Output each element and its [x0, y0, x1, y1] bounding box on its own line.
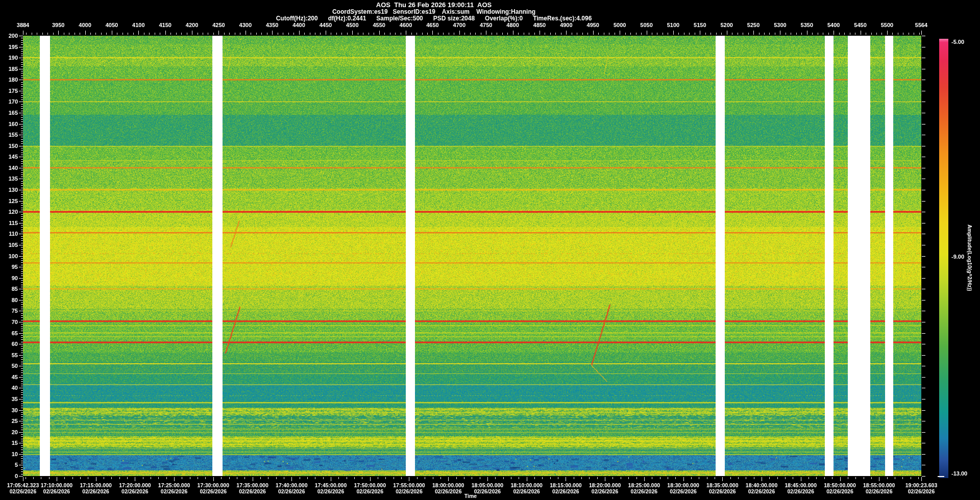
- frequency-label: 180: [0, 77, 18, 83]
- record-number-label: 5300: [774, 22, 786, 28]
- record-number-label: 4450: [320, 22, 332, 28]
- record-number-label: 5200: [720, 22, 732, 28]
- record-number-label: 5450: [854, 22, 866, 28]
- record-number-label: 4700: [453, 22, 465, 28]
- record-number-label: 5000: [614, 22, 626, 28]
- frequency-label: 60: [0, 341, 18, 347]
- colorbar-tick-label: -5.00: [951, 39, 964, 45]
- time-label: 18:10:00.000 02/26/2026: [510, 482, 542, 494]
- record-number-label: 4800: [506, 22, 519, 28]
- frequency-label: 140: [0, 165, 18, 171]
- frequency-label: 20: [0, 429, 18, 435]
- time-label: 17:50:00.000 02/26/2026: [354, 482, 386, 494]
- frequency-label: 30: [0, 407, 18, 413]
- record-number-label: 5350: [801, 22, 813, 28]
- header-title: AOS Thu 26 Feb 2026 19:00:11 AOS: [0, 1, 868, 9]
- record-number-label: 4650: [426, 22, 438, 28]
- frequency-label: 0: [0, 473, 18, 479]
- frequency-label: 155: [0, 132, 18, 138]
- frequency-label: 85: [0, 286, 18, 292]
- frequency-label: 150: [0, 143, 18, 149]
- frequency-label: 110: [0, 231, 18, 237]
- colorbar-tick-label: -9.00: [951, 254, 964, 260]
- colorbar-tick-label: -13.00: [951, 470, 967, 477]
- time-label: 17:15:00.000 02/26/2026: [80, 482, 111, 494]
- record-number-label: 4300: [239, 22, 252, 28]
- time-label: 18:55:00.000 02/26/2026: [863, 482, 895, 494]
- frequency-label: 10: [0, 451, 18, 457]
- time-label: 19:00:23.603 02/26/2026: [905, 482, 937, 494]
- record-number-label: 3950: [52, 22, 64, 28]
- record-number-label: 5100: [667, 22, 679, 28]
- frequency-label: 135: [0, 176, 18, 182]
- frequency-label: 5: [0, 462, 18, 468]
- frequency-label: 125: [0, 198, 18, 204]
- time-label: 17:40:00.000 02/26/2026: [276, 482, 307, 494]
- record-number-label: 4600: [400, 22, 412, 28]
- record-number-label: 5500: [881, 22, 893, 28]
- frequency-label: 175: [0, 88, 18, 94]
- record-number-label: 4400: [292, 22, 305, 28]
- frequency-label: 55: [0, 352, 18, 358]
- frequency-label: 190: [0, 55, 18, 61]
- record-number-label: 5400: [827, 22, 840, 28]
- record-number-label: 4350: [266, 22, 278, 28]
- time-label: 18:40:00.000 02/26/2026: [746, 482, 777, 494]
- time-label: 18:00:00.000 02/26/2026: [432, 482, 464, 494]
- time-label: 18:30:00.000 02/26/2026: [667, 482, 699, 494]
- record-number-label: 4500: [346, 22, 358, 28]
- record-number-label: 5050: [640, 22, 652, 28]
- frequency-label: 185: [0, 66, 18, 72]
- frequency-label: 120: [0, 209, 18, 215]
- time-label: 18:50:00.000 02/26/2026: [824, 482, 855, 494]
- frequency-label: 130: [0, 187, 18, 193]
- time-label: 17:25:00.000 02/26/2026: [158, 482, 190, 494]
- time-label: 17:55:00.000 02/26/2026: [393, 482, 425, 494]
- frequency-label: 115: [0, 220, 18, 226]
- frequency-label: 95: [0, 264, 18, 270]
- frequency-label: 200: [0, 33, 18, 39]
- record-number-label: 4550: [373, 22, 385, 28]
- time-label: 17:20:00.000 02/26/2026: [119, 482, 151, 494]
- header-meta-processing: Cutoff(Hz):200 df(Hz):0.2441 Sample/Sec:…: [0, 15, 868, 22]
- time-label: 17:05:42.323 02/26/2026: [7, 482, 39, 494]
- time-label: 17:30:00.000 02/26/2026: [198, 482, 229, 494]
- time-axis-title: Time: [464, 493, 477, 499]
- header: AOS Thu 26 Feb 2026 19:00:11 AOS CoordSy…: [0, 1, 868, 22]
- record-number-label: 4850: [533, 22, 546, 28]
- record-number-label: 4900: [560, 22, 572, 28]
- record-number-label: 5564: [915, 22, 927, 28]
- time-label: 18:45:00.000 02/26/2026: [785, 482, 817, 494]
- frequency-label: 145: [0, 154, 18, 160]
- frequency-label: 15: [0, 440, 18, 446]
- record-number-label: 4000: [79, 22, 91, 28]
- spectrogram-plot[interactable]: [23, 36, 921, 476]
- record-number-label: 4150: [159, 22, 171, 28]
- frequency-label: 75: [0, 308, 18, 314]
- record-number-label: 5150: [694, 22, 706, 28]
- time-label: 18:25:00.000 02/26/2026: [628, 482, 660, 494]
- aos-spectrogram-app: AOS Thu 26 Feb 2026 19:00:11 AOS CoordSy…: [0, 0, 980, 500]
- frequency-label: 160: [0, 121, 18, 127]
- frequency-label: 65: [0, 330, 18, 336]
- colorbar-title: Amplitude(Log10(g^2/Hz)): [967, 224, 973, 291]
- frequency-label: 45: [0, 374, 18, 380]
- record-number-label: 4050: [106, 22, 118, 28]
- frequency-label: 35: [0, 396, 18, 402]
- frequency-label: 105: [0, 242, 18, 248]
- time-label: 17:45:00.000 02/26/2026: [315, 482, 347, 494]
- time-label: 18:35:00.000 02/26/2026: [706, 482, 738, 494]
- frequency-label: 80: [0, 297, 18, 303]
- frequency-label: 40: [0, 385, 18, 391]
- time-label: 18:15:00.000 02/26/2026: [550, 482, 581, 494]
- frequency-label: 195: [0, 44, 18, 50]
- colorbar: [939, 39, 948, 478]
- time-label: 18:20:00.000 02/26/2026: [589, 482, 621, 494]
- frequency-label: 90: [0, 275, 18, 281]
- record-number-label: 4950: [587, 22, 599, 28]
- time-label: 17:35:00.000 02/26/2026: [236, 482, 268, 494]
- record-number-label: 5250: [747, 22, 760, 28]
- record-number-label: 4200: [186, 22, 198, 28]
- frequency-label: 70: [0, 319, 18, 325]
- time-label: 17:10:00.000 02/26/2026: [41, 482, 72, 494]
